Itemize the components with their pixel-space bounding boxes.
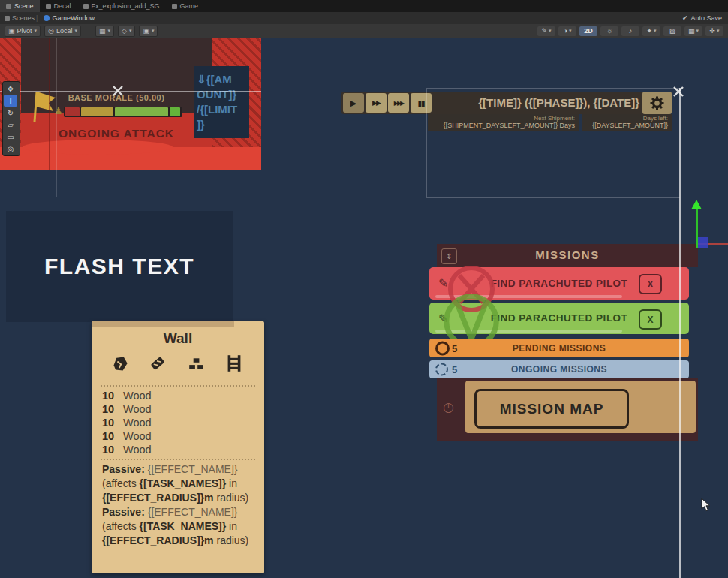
shading-mode-dropdown[interactable]: ◑▾ (558, 26, 576, 36)
pivot-label: Pivot (17, 27, 32, 35)
auto-save-toggle[interactable]: ✔ Auto Save (682, 14, 722, 22)
pause-button[interactable]: ▮▮ (411, 93, 432, 113)
tooltip-top-strip (92, 321, 234, 327)
radius-post: radius) (214, 492, 249, 504)
cost-resource: Wood (123, 430, 152, 442)
rect-tool-button[interactable]: ▭ (4, 131, 17, 143)
chevron-down-icon: ▾ (107, 28, 110, 34)
draw-gizmos-icon: ✎ (541, 27, 547, 35)
view-tool-button[interactable]: ✥ (4, 83, 17, 95)
effect-name: {[EFFECT_NAME]} (145, 463, 238, 475)
pending-missions-label: PENDING MISSIONS (429, 343, 689, 354)
local-button[interactable]: ◎ Local ▾ (44, 26, 81, 37)
next-shipment-value: {[SHIPMENT_DAYSLEFT_AMOUNT]} Days (428, 122, 575, 129)
days-left-label: Days left: (582, 115, 668, 122)
hand-icon: ✥ (8, 85, 14, 93)
pending-missions-row[interactable]: 5 PENDING MISSIONS (429, 339, 689, 357)
lighting-toggle[interactable]: ☼ (600, 26, 618, 36)
cost-amount: 10 (102, 417, 123, 429)
tab-label: Fx_explosion_add_SG (92, 2, 160, 10)
cost-row: 10Wood (102, 390, 152, 402)
tab-fx-explosion[interactable]: Fx_explosion_add_SG (77, 0, 166, 12)
hidden-objects-toggle[interactable]: ▨ (663, 26, 681, 36)
grid-snap-icon: ▦ (99, 28, 106, 35)
fastest-forward-button[interactable]: ▶▶▶ (388, 93, 409, 113)
chevron-down-icon: ▾ (549, 28, 552, 34)
local-icon: ◎ (48, 28, 54, 35)
effects-dropdown[interactable]: ✦▾ (642, 26, 660, 36)
morale-segment-bright (170, 107, 180, 116)
tab-label: Scene (14, 2, 34, 10)
breadcrumb-separator: | (36, 14, 38, 22)
draw-gizmos-dropdown[interactable]: ✎▾ (537, 26, 555, 36)
tab-scene[interactable]: Scene (0, 0, 40, 12)
transform-tool-button[interactable]: ◎ (4, 143, 17, 155)
bricks-icon (188, 356, 204, 372)
tab-decal[interactable]: Decal (40, 0, 77, 12)
cost-amount: 10 (102, 390, 123, 402)
mode-2d-toggle[interactable]: 2D (579, 26, 597, 36)
stone-icon (111, 354, 129, 372)
tab-game[interactable]: Game (166, 0, 205, 12)
flash-text: FLASH TEXT (44, 254, 194, 279)
scale-icon: ▱ (8, 121, 14, 129)
snap-increment-dropdown[interactable]: ◇ ▾ (118, 26, 135, 37)
mode-2d-label: 2D (584, 27, 593, 35)
gizmo-xy-handle[interactable] (697, 237, 708, 248)
next-shipment-block: Next Shipment: {[SHIPMENT_DAYSLEFT_AMOUN… (428, 114, 579, 131)
gizmos-menu-dropdown[interactable]: ✛▾ (705, 26, 723, 36)
affects-post: in (226, 520, 237, 532)
affects-pre: (affects (102, 520, 140, 532)
missions-panel: ⇕ MISSIONS ◷ MISSION MAP ✎ FIND PARACHUT… (429, 244, 698, 441)
chevron-down-icon: ▾ (569, 28, 572, 34)
anchor-gizmo-icon[interactable] (672, 86, 684, 98)
mouse-cursor (701, 498, 711, 512)
mission-map-area: MISSION MAP (465, 381, 696, 433)
anchor-gizmo-icon[interactable] (112, 85, 124, 97)
camera-view-dropdown[interactable]: ▣ ▾ (139, 26, 158, 37)
time-control-bar: ▶ ▶▶ ▶▶▶ ▮▮ {[TIME]} ({[PHASE]}), {[DATE… (341, 92, 672, 114)
ongoing-missions-row[interactable]: 5 ONGOING MISSIONS (429, 360, 689, 378)
time-settings-button[interactable] (642, 92, 672, 114)
camera-view-icon: ▣ (143, 28, 149, 35)
gizmo-y-axis-line[interactable] (696, 209, 698, 248)
mission-map-button[interactable]: MISSION MAP (474, 389, 629, 429)
play-icon: ▶ (350, 98, 356, 108)
grid-snap-dropdown[interactable]: ▦ ▾ (95, 26, 114, 37)
mission-close-button[interactable]: X (639, 309, 662, 330)
mission-close-button[interactable]: X (639, 274, 662, 294)
chevron-down-icon: ▾ (717, 28, 720, 34)
editor-tab-bar: Scene Decal Fx_explosion_add_SG Game (0, 0, 728, 12)
audio-toggle[interactable]: ♪ (621, 26, 639, 36)
chevron-down-icon: ▾ (152, 28, 155, 34)
grid-visibility-dropdown[interactable]: ▦▾ (684, 26, 702, 36)
tooltip-title: Wall (92, 330, 264, 347)
plank-icon (149, 354, 167, 372)
rect-icon: ▭ (7, 133, 14, 141)
gizmo-y-arrowhead[interactable] (691, 200, 702, 209)
pause-icon: ▮▮ (417, 99, 424, 107)
fastest-forward-icon: ▶▶▶ (394, 100, 403, 107)
local-label: Local (56, 27, 73, 35)
affects-post: in (226, 477, 237, 489)
transform-icon: ◎ (8, 145, 14, 153)
effect-name: {[EFFECT_NAME]} (145, 506, 238, 518)
next-shipment-label: Next Shipment: (428, 115, 575, 122)
move-tool-button[interactable]: ✛ (4, 95, 17, 107)
play-button[interactable]: ▶ (343, 93, 364, 113)
fast-forward-button[interactable]: ▶▶ (366, 93, 387, 113)
breadcrumb-scenes[interactable]: Scenes (12, 14, 35, 22)
cost-row: 10Wood (102, 444, 152, 456)
rotate-tool-button[interactable]: ↻ (4, 107, 17, 119)
pivot-button[interactable]: ▣ Pivot ▾ (5, 26, 41, 37)
breadcrumb-gamewindow[interactable]: GameWindow (52, 14, 95, 22)
radius-post: radius) (214, 534, 249, 546)
scene-tool-strip: ✥ ✛ ↻ ▱ ▭ ◎ (2, 81, 20, 156)
scale-tool-button[interactable]: ▱ (4, 119, 17, 131)
passive-line: {[EFFECT_RADIUS]}m radius) (102, 491, 256, 505)
rotate-icon: ↻ (8, 109, 14, 117)
effect-radius: {[EFFECT_RADIUS]}m (102, 534, 214, 546)
ongoing-missions-label: ONGOING MISSIONS (429, 364, 689, 375)
ongoing-attack-panel: ⇓{[AM OUNT]} /{[LIMIT ]} ♟ BASE MORALE (… (0, 38, 261, 170)
divider (101, 459, 255, 460)
